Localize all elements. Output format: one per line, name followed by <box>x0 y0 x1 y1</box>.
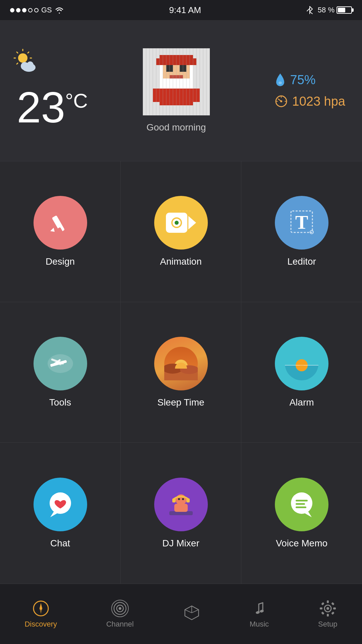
weather-center: Good morning <box>88 48 265 133</box>
svg-rect-121 <box>331 611 335 615</box>
svg-point-111 <box>256 610 260 614</box>
nav-item-discovery[interactable]: Discovery <box>18 596 64 632</box>
chat-icon-svg <box>44 488 77 521</box>
voice-icon <box>275 478 328 531</box>
svg-rect-117 <box>333 607 336 609</box>
svg-line-8 <box>17 63 18 64</box>
battery-label: 58 % <box>318 6 335 14</box>
signal-dot-1 <box>10 8 14 12</box>
cube-icon <box>183 603 200 622</box>
svg-point-88 <box>178 498 180 500</box>
battery-fill <box>338 8 345 12</box>
music-icon-wrap <box>250 600 268 617</box>
svg-rect-80 <box>300 365 304 370</box>
svg-point-110 <box>260 609 264 613</box>
alarm-icon <box>275 337 328 390</box>
pixel-avatar <box>143 48 210 115</box>
app-cell-chat[interactable]: Chat <box>0 443 121 584</box>
leditor-icon: T <box>275 196 328 250</box>
humidity-value: 75% <box>290 73 316 87</box>
alarm-icon-svg <box>285 347 318 380</box>
svg-rect-87 <box>186 498 190 502</box>
temperature-display: 23°C <box>17 86 88 129</box>
app-cell-voice[interactable]: Voice Memo <box>241 443 362 584</box>
discovery-icon <box>32 600 50 617</box>
svg-line-5 <box>17 52 18 53</box>
cube-icon-wrap <box>183 604 200 622</box>
animation-label: Animation <box>160 256 202 267</box>
animation-icon <box>154 196 208 250</box>
nav-item-channel[interactable]: Channel <box>100 596 140 632</box>
tools-icon-svg <box>44 347 77 380</box>
tools-label: Tools <box>49 397 71 408</box>
svg-point-44 <box>279 82 282 84</box>
svg-rect-115 <box>327 614 329 616</box>
svg-point-99 <box>119 607 121 610</box>
design-icon <box>34 196 87 250</box>
svg-line-106 <box>185 609 191 612</box>
channel-icon-wrap <box>111 600 129 617</box>
app-cell-sleep[interactable]: Sleep Time <box>121 302 241 443</box>
sun-cloud-icon <box>13 49 40 75</box>
nav-item-cube[interactable] <box>176 601 207 628</box>
pressure-value: 1023 hpa <box>292 94 346 109</box>
setup-nav-label: Setup <box>318 620 338 629</box>
leditor-label: Leditor <box>287 256 316 267</box>
app-cell-leditor[interactable]: T Leditor <box>241 161 362 302</box>
dj-icon-svg <box>164 488 198 521</box>
signal-dots <box>10 8 39 12</box>
app-cell-alarm[interactable]: Alarm <box>241 302 362 443</box>
svg-rect-92 <box>296 500 308 501</box>
temp-unit: °C <box>65 90 88 112</box>
chat-icon <box>34 478 87 531</box>
svg-point-11 <box>27 61 34 68</box>
app-cell-design[interactable]: Design <box>0 161 121 302</box>
signal-dot-4 <box>28 8 33 12</box>
svg-marker-57 <box>188 216 196 229</box>
svg-rect-93 <box>296 503 305 505</box>
alarm-label: Alarm <box>289 397 314 408</box>
sleep-icon <box>154 337 208 390</box>
svg-point-56 <box>175 221 179 225</box>
svg-point-0 <box>18 53 27 63</box>
chat-label: Chat <box>50 538 70 549</box>
voice-icon-svg <box>285 488 318 521</box>
pressure-icon <box>275 95 288 108</box>
tools-icon <box>34 337 87 390</box>
dj-label: DJ Mixer <box>162 538 199 549</box>
weather-section: 23°C <box>0 20 362 161</box>
svg-rect-118 <box>321 602 324 605</box>
app-cell-dj[interactable]: DJ Mixer <box>121 443 241 584</box>
battery-box: 58 % <box>318 6 352 14</box>
nav-item-setup[interactable]: Setup <box>311 596 344 632</box>
discovery-icon-wrap <box>32 600 50 617</box>
signal-dot-2 <box>16 8 20 12</box>
signal-dot-3 <box>22 8 26 12</box>
status-bar: GS 9:41 AM 58 % <box>0 0 362 20</box>
humidity-stat: 75% <box>275 73 346 88</box>
svg-point-89 <box>182 498 184 500</box>
battery-icon <box>337 6 352 14</box>
svg-rect-114 <box>327 600 329 603</box>
greeting-text: Good morning <box>146 122 206 133</box>
design-icon-svg <box>45 208 75 238</box>
voice-label: Voice Memo <box>276 538 327 549</box>
design-label: Design <box>46 256 75 267</box>
discovery-nav-label: Discovery <box>24 620 57 629</box>
svg-line-109 <box>259 603 263 604</box>
nav-item-music[interactable]: Music <box>243 596 276 632</box>
app-cell-tools[interactable]: Tools <box>0 302 121 443</box>
pressure-stat: 1023 hpa <box>275 94 346 109</box>
svg-line-105 <box>192 609 198 612</box>
wifi-icon <box>55 6 64 14</box>
app-grid: Design Animation T Leditor <box>0 161 362 584</box>
app-cell-animation[interactable]: Animation <box>121 161 241 302</box>
svg-line-7 <box>28 52 29 53</box>
svg-rect-116 <box>320 607 322 609</box>
sleep-label: Sleep Time <box>157 397 204 408</box>
setup-icon-wrap <box>319 600 337 617</box>
svg-point-98 <box>40 607 42 610</box>
svg-rect-119 <box>331 602 335 605</box>
setup-icon <box>319 600 337 617</box>
svg-text:T: T <box>295 211 308 233</box>
